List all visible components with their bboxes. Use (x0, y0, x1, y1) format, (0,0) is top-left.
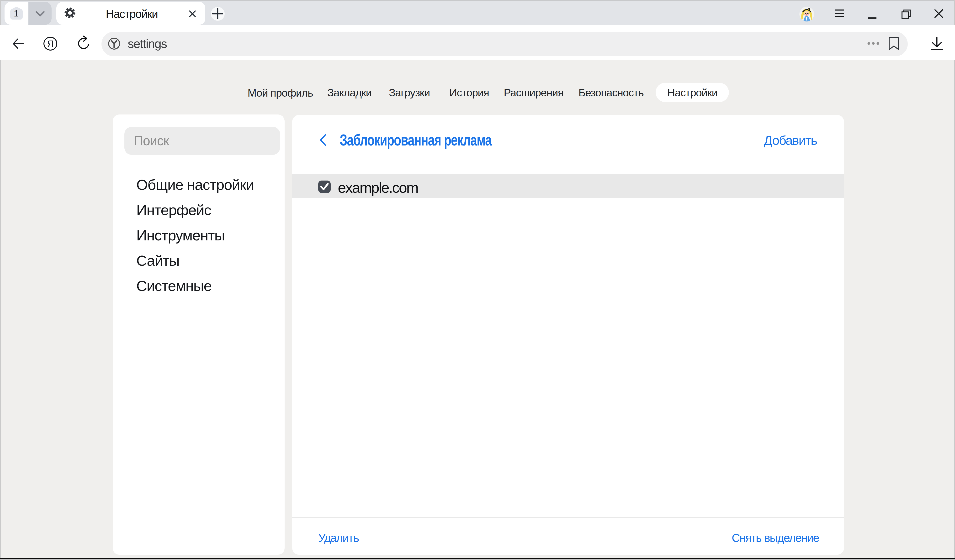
svg-text:Я: Я (47, 39, 54, 48)
svg-text:1: 1 (14, 9, 19, 19)
